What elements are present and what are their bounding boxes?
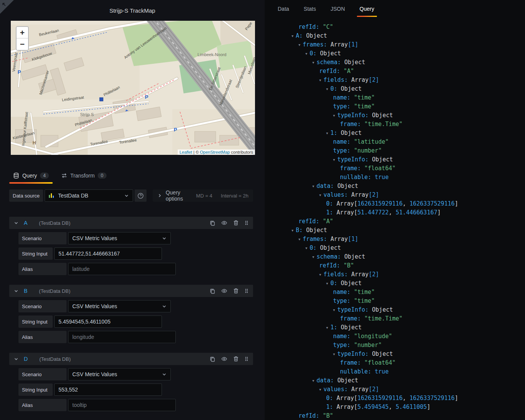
expand-arrow-icon[interactable]: ▾ bbox=[292, 32, 296, 40]
json-line[interactable]: ▾0: Object bbox=[265, 85, 525, 93]
tab-query[interactable]: Query 4 bbox=[9, 170, 53, 184]
drag-handle-icon[interactable] bbox=[245, 288, 248, 294]
expand-arrow-icon[interactable]: ▾ bbox=[305, 49, 310, 58]
json-line[interactable]: ▾frames: Array[1] bbox=[265, 235, 525, 244]
query-header[interactable]: B (TestData DB) bbox=[9, 285, 253, 297]
expand-arrow-icon[interactable]: ▾ bbox=[319, 191, 323, 199]
json-line[interactable]: ▾0: Object bbox=[265, 279, 525, 288]
json-line[interactable]: ▾typeInfo: Object bbox=[265, 111, 525, 120]
alias-row: Alias bbox=[9, 263, 253, 275]
expand-arrow-icon[interactable]: ▾ bbox=[326, 85, 330, 93]
drag-handle-icon[interactable] bbox=[245, 220, 248, 226]
chevron-down-icon[interactable] bbox=[14, 221, 18, 225]
json-line[interactable]: ▾0: Object bbox=[265, 49, 525, 58]
expand-arrow-icon[interactable]: ▾ bbox=[319, 270, 323, 279]
string-input-label: String Input bbox=[18, 247, 53, 260]
chevron-down-icon[interactable] bbox=[14, 289, 18, 293]
expand-arrow-icon[interactable]: ▾ bbox=[326, 323, 330, 332]
query-editor-row-a: A (TestData DB) Scenario CSV Metric Valu… bbox=[9, 217, 253, 275]
query-header[interactable]: A (TestData DB) bbox=[9, 217, 253, 229]
database-icon bbox=[13, 173, 19, 179]
delete-query-icon[interactable] bbox=[233, 220, 239, 226]
chevron-down-icon bbox=[162, 372, 167, 377]
duplicate-query-icon[interactable] bbox=[210, 356, 215, 362]
leaflet-link[interactable]: Leaflet bbox=[180, 150, 192, 154]
json-line: name: "latitude" bbox=[265, 138, 525, 146]
json-line[interactable]: ▾typeInfo: Object bbox=[265, 350, 525, 359]
json-line[interactable]: ▾typeInfo: Object bbox=[265, 155, 525, 164]
datasource-picker[interactable]: TestData DB bbox=[45, 189, 133, 202]
expand-arrow-icon[interactable]: ▾ bbox=[333, 111, 337, 120]
string-input-field[interactable] bbox=[54, 383, 162, 396]
expand-arrow-icon[interactable]: ▾ bbox=[298, 235, 303, 244]
json-line[interactable]: ▾schema: Object bbox=[265, 252, 525, 261]
json-line[interactable]: ▾0: Object bbox=[265, 244, 525, 252]
string-input-row: String Input bbox=[9, 383, 253, 396]
duplicate-query-icon[interactable] bbox=[210, 288, 215, 294]
expand-arrow-icon[interactable]: ▾ bbox=[298, 40, 303, 49]
map-panel[interactable]: BeukenlaanAntony van LeeuwenhoeklaanPepe… bbox=[11, 21, 255, 155]
tab-query-inspector[interactable]: Query bbox=[353, 0, 380, 18]
expand-arrow-icon[interactable]: ▾ bbox=[292, 226, 296, 235]
expand-arrow-icon[interactable]: ▾ bbox=[326, 129, 330, 138]
expand-arrow-icon[interactable]: ▾ bbox=[333, 155, 337, 164]
expand-arrow-icon[interactable]: ▾ bbox=[312, 58, 317, 67]
query-header[interactable]: D (TestData DB) bbox=[9, 353, 253, 365]
json-line[interactable]: ▾values: Array[2] bbox=[265, 191, 525, 199]
json-line[interactable]: ▾typeInfo: Object bbox=[265, 305, 525, 314]
alias-field[interactable] bbox=[68, 331, 176, 343]
json-line[interactable]: ▾data: Object bbox=[265, 376, 525, 385]
datasource-help-button[interactable] bbox=[135, 189, 147, 202]
delete-query-icon[interactable] bbox=[233, 356, 239, 362]
string-input-field[interactable] bbox=[54, 247, 162, 260]
expand-arrow-icon[interactable]: ▾ bbox=[312, 252, 317, 261]
zoom-out-button[interactable]: − bbox=[17, 38, 28, 50]
chevron-down-icon[interactable] bbox=[14, 357, 18, 361]
json-line[interactable]: ▾frames: Array[1] bbox=[265, 40, 525, 49]
zoom-in-button[interactable]: + bbox=[17, 27, 28, 38]
hide-query-icon[interactable] bbox=[221, 356, 227, 362]
map-attribution: Leaflet | © OpenStreetMap contributors bbox=[178, 149, 255, 155]
expand-arrow-icon[interactable]: ▾ bbox=[326, 279, 330, 288]
json-line[interactable]: ▾1: Object bbox=[265, 323, 525, 332]
tab-data[interactable]: Data bbox=[272, 0, 295, 18]
scenario-select[interactable]: CSV Metric Values bbox=[68, 300, 171, 312]
scenario-select[interactable]: CSV Metric Values bbox=[68, 232, 171, 244]
expand-arrow-icon[interactable]: ▾ bbox=[305, 244, 310, 252]
map-label: P bbox=[145, 94, 148, 100]
json-line[interactable]: ▾schema: Object bbox=[265, 58, 525, 67]
tab-stats[interactable]: Stats bbox=[298, 0, 322, 18]
hide-query-icon[interactable] bbox=[221, 288, 227, 294]
string-input-row: String Input bbox=[9, 315, 253, 328]
delete-query-icon[interactable] bbox=[233, 288, 239, 294]
json-line[interactable]: ▾fields: Array[2] bbox=[265, 270, 525, 279]
expand-arrow-icon[interactable]: ▾ bbox=[333, 350, 337, 359]
drag-handle-icon[interactable] bbox=[245, 356, 248, 362]
expand-arrow-icon[interactable]: ▾ bbox=[319, 76, 323, 85]
tab-transform[interactable]: Transform 0 bbox=[57, 170, 110, 184]
expand-arrow-icon[interactable]: ▾ bbox=[333, 305, 337, 314]
expand-arrow-icon[interactable]: ▾ bbox=[319, 385, 323, 394]
string-input-field[interactable] bbox=[54, 315, 162, 328]
alias-field[interactable] bbox=[68, 263, 176, 275]
json-line[interactable]: ▾fields: Array[2] bbox=[265, 76, 525, 85]
duplicate-query-icon[interactable] bbox=[210, 220, 215, 226]
tab-json[interactable]: JSON bbox=[324, 0, 351, 18]
json-line: nullable: true bbox=[265, 367, 525, 376]
json-line[interactable]: ▾values: Array[2] bbox=[265, 385, 525, 394]
json-line[interactable]: ▾data: Object bbox=[265, 182, 525, 191]
json-line[interactable]: ▾1: Object bbox=[265, 129, 525, 138]
json-line[interactable]: ▾A: Object bbox=[265, 32, 525, 40]
expand-arrow-icon[interactable]: ▾ bbox=[312, 376, 317, 385]
expand-arrow-icon[interactable]: ▾ bbox=[312, 182, 317, 191]
json-line[interactable]: ▾B: Object bbox=[265, 226, 525, 235]
external-link-icon bbox=[2, 2, 7, 8]
map-label: H bbox=[33, 140, 36, 146]
alias-field[interactable] bbox=[68, 399, 176, 411]
scenario-select[interactable]: CSV Metric Values bbox=[68, 368, 171, 380]
hide-query-icon[interactable] bbox=[221, 220, 227, 226]
string-input-label: String Input bbox=[18, 383, 53, 396]
openstreetmap-link[interactable]: OpenStreetMap bbox=[200, 150, 230, 154]
query-options-toggle[interactable]: Query options MD = 4 Interval = 2h bbox=[153, 189, 253, 202]
scenario-row: Scenario CSV Metric Values bbox=[9, 368, 253, 380]
